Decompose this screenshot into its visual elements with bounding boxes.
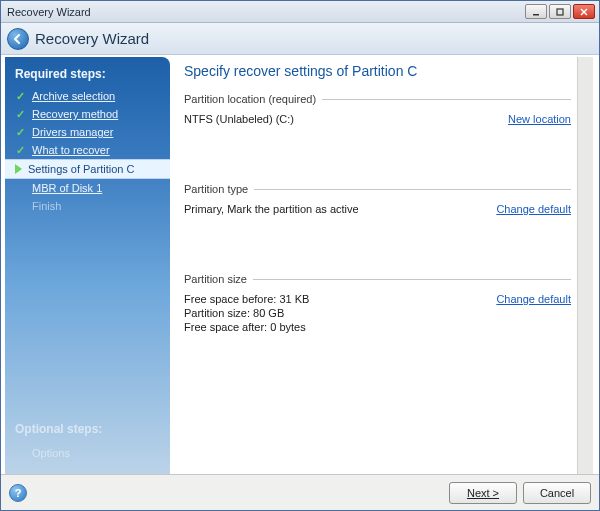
free-space-before: Free space before: 31 KB — [184, 293, 309, 305]
section-heading-text: Partition size — [184, 273, 247, 285]
blank-icon — [15, 183, 26, 194]
step-label: Settings of Partition C — [28, 163, 134, 175]
step-label: Archive selection — [32, 90, 115, 102]
step-label: Options — [32, 447, 70, 459]
step-label: Finish — [32, 200, 61, 212]
help-icon: ? — [15, 487, 22, 499]
partition-type-value: Primary, Mark the partition as active — [184, 203, 359, 215]
step-label: Recovery method — [32, 108, 118, 120]
step-what-to-recover[interactable]: ✓ What to recover — [5, 141, 170, 159]
arrow-right-icon — [15, 164, 22, 174]
blank-icon — [15, 201, 26, 212]
new-location-link[interactable]: New location — [508, 113, 571, 125]
page-title: Recovery Wizard — [35, 30, 149, 47]
step-label: What to recover — [32, 144, 110, 156]
minimize-button[interactable] — [525, 4, 547, 19]
check-icon: ✓ — [15, 109, 26, 120]
partition-location-value: NTFS (Unlabeled) (C:) — [184, 113, 294, 125]
section-heading-text: Partition type — [184, 183, 248, 195]
help-button[interactable]: ? — [9, 484, 27, 502]
free-space-after: Free space after: 0 bytes — [184, 321, 309, 333]
step-recovery-method[interactable]: ✓ Recovery method — [5, 105, 170, 123]
section-partition-size: Partition size Free space before: 31 KB … — [184, 273, 571, 335]
svg-rect-1 — [557, 9, 563, 15]
window-buttons — [525, 4, 595, 19]
divider — [322, 99, 571, 100]
window-title: Recovery Wizard — [5, 6, 525, 18]
section-partition-type: Partition type Primary, Mark the partiti… — [184, 183, 571, 215]
section-heading: Partition size — [184, 273, 571, 285]
check-icon: ✓ — [15, 91, 26, 102]
optional-steps-header: Optional steps: — [5, 420, 112, 442]
section-heading: Partition type — [184, 183, 571, 195]
step-drivers-manager[interactable]: ✓ Drivers manager — [5, 123, 170, 141]
divider — [253, 279, 571, 280]
check-icon: ✓ — [15, 145, 26, 156]
maximize-button[interactable] — [549, 4, 571, 19]
partition-size: Partition size: 80 GB — [184, 307, 309, 319]
change-default-type-link[interactable]: Change default — [496, 203, 571, 215]
change-default-size-link[interactable]: Change default — [496, 293, 571, 305]
back-button[interactable] — [7, 28, 29, 50]
wizard-window: Recovery Wizard Recovery Wizard Required… — [0, 0, 600, 511]
required-steps-header: Required steps: — [5, 65, 170, 87]
main-content: Specify recover settings of Partition C … — [170, 57, 577, 474]
section-partition-location: Partition location (required) NTFS (Unla… — [184, 93, 571, 125]
step-settings-partition-c[interactable]: Settings of Partition C — [5, 159, 170, 179]
step-label: MBR of Disk 1 — [32, 182, 102, 194]
header-bar: Recovery Wizard — [1, 23, 599, 55]
step-mbr-disk-1[interactable]: MBR of Disk 1 — [5, 179, 170, 197]
step-finish: Finish — [5, 197, 170, 215]
step-options: Options — [5, 444, 170, 462]
section-heading-text: Partition location (required) — [184, 93, 316, 105]
arrow-left-icon — [12, 33, 24, 45]
partition-size-lines: Free space before: 31 KB Partition size:… — [184, 293, 309, 335]
step-archive-selection[interactable]: ✓ Archive selection — [5, 87, 170, 105]
blank-icon — [15, 448, 26, 459]
vertical-scrollbar[interactable] — [577, 57, 593, 474]
check-icon: ✓ — [15, 127, 26, 138]
cancel-button[interactable]: Cancel — [523, 482, 591, 504]
main-title: Specify recover settings of Partition C — [184, 63, 571, 79]
divider — [254, 189, 571, 190]
sidebar: Required steps: ✓ Archive selection ✓ Re… — [5, 57, 170, 474]
titlebar: Recovery Wizard — [1, 1, 599, 23]
footer: ? Next > Cancel — [1, 474, 599, 510]
section-heading: Partition location (required) — [184, 93, 571, 105]
step-label: Drivers manager — [32, 126, 113, 138]
body-area: Required steps: ✓ Archive selection ✓ Re… — [1, 55, 599, 474]
svg-rect-0 — [533, 14, 539, 16]
close-button[interactable] — [573, 4, 595, 19]
next-button[interactable]: Next > — [449, 482, 517, 504]
